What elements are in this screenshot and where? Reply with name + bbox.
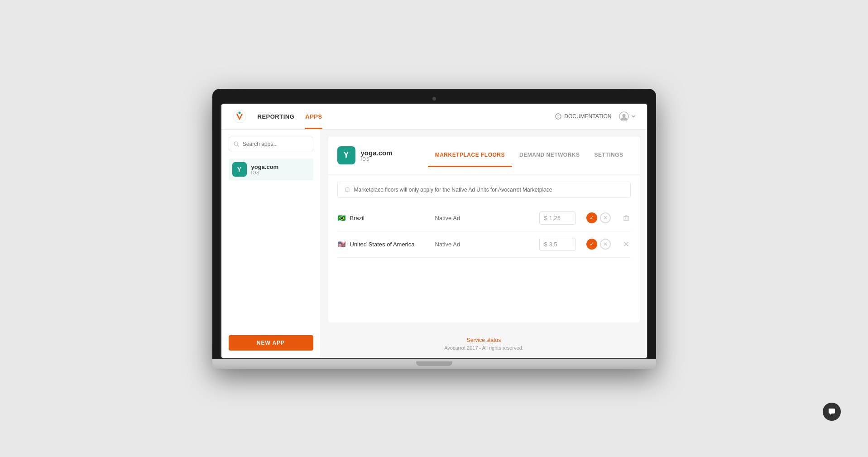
service-status-link[interactable]: Service status bbox=[328, 337, 640, 343]
table-row: 🇧🇷 Brazil Native Ad $ 1,25 ✓ bbox=[337, 205, 631, 231]
list-item[interactable]: Y yoga.com IOS bbox=[229, 159, 313, 180]
currency-symbol: $ bbox=[544, 215, 547, 221]
header-nav: REPORTING APPS bbox=[258, 104, 322, 129]
floor-row-actions: ✓ ✕ bbox=[586, 212, 611, 223]
user-menu[interactable] bbox=[619, 111, 636, 121]
svg-point-5 bbox=[622, 114, 625, 117]
main-content: Y yoga.com IOS NEW APP bbox=[221, 130, 647, 358]
cancel-button[interactable]: ✕ bbox=[600, 239, 611, 250]
tab-demand-networks[interactable]: DEMAND NETWORKS bbox=[512, 144, 587, 167]
tab-marketplace-floors[interactable]: MARKETPLACE FLOORS bbox=[428, 144, 512, 167]
copyright-text: Avocarrot 2017 - All rights reserved. bbox=[328, 345, 640, 351]
svg-rect-8 bbox=[624, 216, 628, 221]
app-tabs: MARKETPLACE FLOORS DEMAND NETWORKS SETTI… bbox=[428, 144, 631, 167]
app-list-name: yoga.com bbox=[251, 164, 279, 170]
bell-icon bbox=[344, 187, 350, 193]
country-name: United States of America bbox=[350, 241, 415, 248]
footer: Service status Avocarrot 2017 - All righ… bbox=[321, 330, 647, 358]
chevron-down-icon bbox=[631, 114, 636, 119]
tab-settings[interactable]: SETTINGS bbox=[587, 144, 630, 167]
trash-icon bbox=[623, 214, 630, 221]
confirm-button[interactable]: ✓ bbox=[586, 239, 597, 250]
app-container: REPORTING APPS ? DOCUMENTATION bbox=[221, 104, 647, 358]
app-header-info: yoga.com IOS bbox=[361, 149, 393, 162]
app-list-icon: Y bbox=[232, 162, 247, 177]
price-value: 1,25 bbox=[549, 215, 561, 221]
chat-icon bbox=[828, 408, 836, 416]
nav-apps[interactable]: APPS bbox=[305, 104, 322, 129]
price-input[interactable]: $ 1,25 bbox=[539, 212, 575, 225]
notice-text: Marketplace floors will only apply for t… bbox=[354, 187, 552, 193]
header: REPORTING APPS ? DOCUMENTATION bbox=[221, 104, 647, 130]
user-icon bbox=[619, 111, 629, 121]
circle-question-icon: ? bbox=[555, 113, 561, 120]
notice-bar: Marketplace floors will only apply for t… bbox=[337, 182, 631, 198]
app-title: yoga.com bbox=[361, 149, 393, 157]
laptop-notch bbox=[416, 361, 452, 366]
doc-label: DOCUMENTATION bbox=[564, 113, 611, 120]
ad-type-cell: Native Ad bbox=[435, 215, 532, 221]
floor-row-actions: ✓ ✕ bbox=[586, 239, 611, 250]
chat-button[interactable] bbox=[823, 403, 841, 421]
app-info: yoga.com IOS bbox=[251, 164, 279, 175]
documentation-link[interactable]: ? DOCUMENTATION bbox=[555, 113, 611, 120]
content-area: Y yoga.com IOS MARKETPLACE FLOORS DEMAND… bbox=[321, 130, 647, 358]
country-cell: 🇺🇸 United States of America bbox=[337, 240, 428, 249]
nav-reporting[interactable]: REPORTING bbox=[258, 104, 295, 129]
cancel-button[interactable]: ✕ bbox=[600, 212, 611, 223]
app-header-icon: Y bbox=[337, 146, 355, 164]
close-icon bbox=[623, 241, 629, 247]
app-list-platform: IOS bbox=[251, 170, 279, 175]
usa-flag-icon: 🇺🇸 bbox=[337, 240, 346, 249]
content-panel: Y yoga.com IOS MARKETPLACE FLOORS DEMAND… bbox=[328, 137, 640, 322]
confirm-button[interactable]: ✓ bbox=[586, 212, 597, 223]
search-input[interactable] bbox=[243, 141, 308, 147]
floors-table: 🇧🇷 Brazil Native Ad $ 1,25 ✓ bbox=[328, 205, 640, 322]
search-icon bbox=[234, 141, 239, 147]
laptop-shell: REPORTING APPS ? DOCUMENTATION bbox=[212, 89, 656, 369]
header-right: ? DOCUMENTATION bbox=[555, 111, 636, 121]
delete-button[interactable] bbox=[622, 240, 631, 249]
price-input[interactable]: $ 3,5 bbox=[539, 238, 575, 251]
sidebar: Y yoga.com IOS NEW APP bbox=[221, 130, 321, 358]
svg-rect-15 bbox=[829, 409, 835, 414]
laptop-screen: REPORTING APPS ? DOCUMENTATION bbox=[221, 103, 648, 359]
app-header: Y yoga.com IOS MARKETPLACE FLOORS DEMAND… bbox=[328, 137, 640, 174]
currency-symbol: $ bbox=[544, 241, 547, 248]
laptop-camera bbox=[432, 97, 436, 101]
svg-point-1 bbox=[238, 112, 240, 114]
app-platform-badge: IOS bbox=[361, 157, 393, 162]
svg-line-7 bbox=[237, 145, 239, 146]
ad-type-cell: Native Ad bbox=[435, 241, 532, 248]
delete-button[interactable] bbox=[622, 213, 631, 222]
brazil-flag-icon: 🇧🇷 bbox=[337, 213, 346, 222]
price-value: 3,5 bbox=[549, 241, 557, 248]
new-app-button[interactable]: NEW APP bbox=[229, 335, 313, 351]
country-cell: 🇧🇷 Brazil bbox=[337, 213, 428, 222]
laptop-base bbox=[212, 359, 656, 369]
app-list: Y yoga.com IOS bbox=[229, 159, 313, 328]
logo-icon bbox=[232, 109, 247, 124]
country-name: Brazil bbox=[350, 215, 365, 221]
table-row: 🇺🇸 United States of America Native Ad $ … bbox=[337, 231, 631, 258]
search-box[interactable] bbox=[229, 137, 313, 151]
svg-text:?: ? bbox=[557, 115, 560, 119]
